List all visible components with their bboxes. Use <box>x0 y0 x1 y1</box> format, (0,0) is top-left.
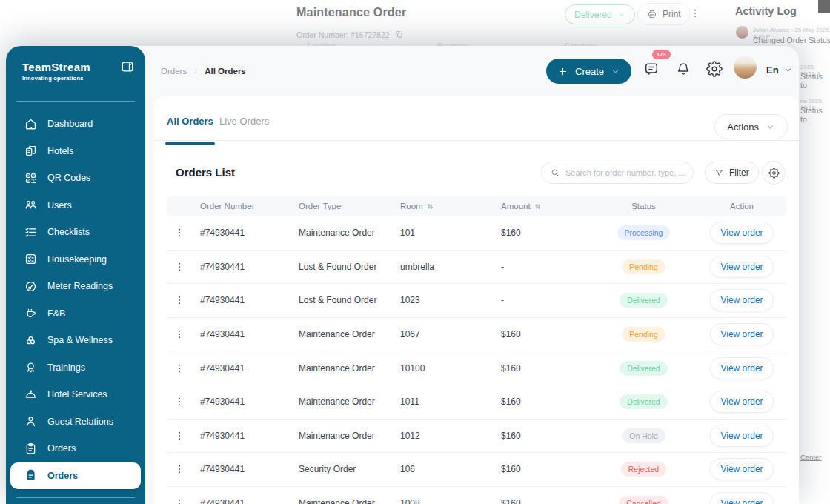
row-kebab-icon[interactable] <box>173 429 185 442</box>
cell-action: View order <box>697 323 786 345</box>
cell-amount: $160 <box>501 363 590 374</box>
sidebar-item-label: F&B <box>47 308 65 319</box>
sidebar-item[interactable]: F&B <box>10 300 141 328</box>
messages-icon[interactable] <box>643 61 660 77</box>
cell-status: Delivered <box>590 361 697 376</box>
col-amount[interactable]: Amount <box>501 202 590 211</box>
gear-icon[interactable] <box>706 61 723 77</box>
cell-action: View order <box>697 357 786 379</box>
cell-room: 1008 <box>400 498 501 504</box>
table-settings-button[interactable] <box>762 161 786 185</box>
sidebar-item-label: Guest Relations <box>47 417 113 427</box>
cell-order-type: Maintenance Order <box>299 498 400 504</box>
row-kebab-icon[interactable] <box>173 497 185 504</box>
sidebar-item[interactable]: Orders <box>10 435 141 462</box>
cell-order-number: #74930441 <box>200 498 299 504</box>
sidebar-item[interactable]: Checklists <box>10 219 141 246</box>
sidebar-item[interactable]: Hotels <box>10 138 141 165</box>
sidebar-item[interactable]: Housekeeping <box>10 246 141 273</box>
cell-order-type: Maintenance Order <box>299 228 400 238</box>
sidebar-item-icon <box>24 279 38 294</box>
table-row: #74930441 Maintenance Order 1011 $160 De… <box>167 385 786 420</box>
search-icon <box>550 168 560 178</box>
view-order-button[interactable]: View order <box>710 357 774 379</box>
cell-order-number: #74930441 <box>200 295 299 305</box>
sidebar-item-label: Users <box>47 200 72 210</box>
view-order-button[interactable]: View order <box>710 391 774 413</box>
create-label: Create <box>575 66 604 77</box>
chevron-down-icon <box>783 65 793 75</box>
cell-order-type: Lost & Found Order <box>299 295 400 305</box>
cell-room: 1023 <box>400 295 501 305</box>
view-order-button[interactable]: View order <box>710 458 774 480</box>
cell-status: Processing <box>590 225 697 240</box>
filter-button[interactable]: Filter <box>705 162 759 184</box>
sidebar-item-label: Checklists <box>47 227 90 237</box>
col-room-label: Room <box>400 202 423 210</box>
row-kebab-icon[interactable] <box>173 260 185 273</box>
sidebar-item[interactable]: Orders <box>10 462 141 490</box>
search-input[interactable] <box>565 168 685 177</box>
cell-order-number: #74930441 <box>200 363 299 374</box>
row-kebab-icon[interactable] <box>173 294 185 307</box>
sidebar-item-label: Orders <box>47 471 78 481</box>
sidebar-item[interactable]: Guest Relations <box>10 408 141 436</box>
brand-tagline: Innovating operations <box>22 75 90 82</box>
cell-status: On Hold <box>590 428 697 443</box>
sidebar-collapse-icon[interactable] <box>120 59 135 74</box>
sidebar-divider-bottom <box>16 497 135 498</box>
tab-live-orders[interactable]: Live Orders <box>219 116 269 127</box>
sidebar-divider <box>16 101 135 102</box>
row-kebab-icon[interactable] <box>173 328 185 341</box>
sidebar-item-label: Meter Readings <box>47 281 113 291</box>
cell-amount: - <box>501 295 590 305</box>
sidebar-item[interactable]: QR Codes <box>10 165 141 192</box>
create-button[interactable]: Create <box>546 59 631 84</box>
sidebar-item[interactable]: Spa & Wellness <box>10 327 141 354</box>
view-order-button[interactable]: View order <box>710 222 774 244</box>
view-order-button[interactable]: View order <box>710 323 774 345</box>
status-badge: Cancelled <box>619 496 668 504</box>
status-badge: On Hold <box>622 428 665 443</box>
table-header: Order Number Order Type Room Amount Stat… <box>167 196 786 216</box>
sidebar-item-icon <box>24 225 38 239</box>
breadcrumb-separator-icon <box>192 67 199 75</box>
col-amount-label: Amount <box>501 202 531 210</box>
sidebar-item-label: Trainings <box>47 362 85 373</box>
tab-all-orders[interactable]: All Orders <box>167 116 213 127</box>
cell-order-type: Lost & Found Order <box>299 262 400 272</box>
table-row: #74930441 Maintenance Order 10100 $160 D… <box>167 351 786 385</box>
user-avatar[interactable] <box>734 56 757 79</box>
row-kebab-icon[interactable] <box>173 462 185 476</box>
cell-order-number: #74930441 <box>200 228 299 238</box>
row-kebab-icon[interactable] <box>173 395 185 408</box>
language-selector[interactable]: En <box>766 64 793 76</box>
col-room[interactable]: Room <box>400 202 501 211</box>
cell-order-type: Maintenance Order <box>299 363 400 374</box>
actions-button[interactable]: Actions <box>714 114 788 139</box>
sidebar-item-label: QR Codes <box>47 173 90 183</box>
view-order-button[interactable]: View order <box>710 256 774 278</box>
actions-label: Actions <box>727 122 759 133</box>
table-row: #74930441 Maintenance Order 101 $160 Pro… <box>167 216 786 251</box>
view-order-button[interactable]: View order <box>710 289 774 311</box>
cell-room: 106 <box>400 464 501 474</box>
row-kebab-icon[interactable] <box>173 226 185 239</box>
sidebar-item-label: Hotel Services <box>47 389 107 399</box>
row-kebab-icon[interactable] <box>173 362 185 375</box>
breadcrumb-parent[interactable]: Orders <box>161 67 187 76</box>
app-window: TeamStream Innovating operations Dashboa… <box>6 46 799 504</box>
table-body: #74930441 Maintenance Order 101 $160 Pro… <box>167 216 786 504</box>
sidebar-item[interactable]: Users <box>10 192 141 219</box>
orders-card: All Orders Live Orders Actions Orders Li… <box>154 96 799 504</box>
view-order-button[interactable]: View order <box>710 425 774 447</box>
bell-icon[interactable] <box>675 61 691 77</box>
sidebar-item[interactable]: Hotel Services <box>10 381 141 408</box>
cell-action: View order <box>697 222 786 244</box>
view-order-button[interactable]: View order <box>710 492 774 504</box>
table-row: #74930441 Maintenance Order 1012 $160 On… <box>167 420 786 454</box>
sidebar-item[interactable]: Trainings <box>10 354 141 382</box>
table-row: #74930441 Lost & Found Order umbrella - … <box>167 251 786 285</box>
sidebar-item[interactable]: Meter Readings <box>10 273 141 300</box>
sidebar-item[interactable]: Dashboard <box>10 110 141 138</box>
